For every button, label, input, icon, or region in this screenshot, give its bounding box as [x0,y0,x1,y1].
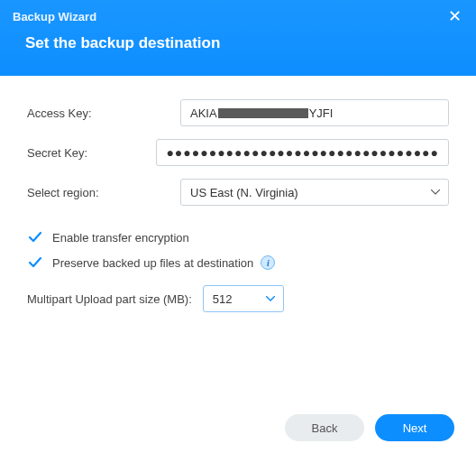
encrypt-option-row: Enable transfer encryption [27,229,449,245]
multipart-select[interactable]: 512 [203,285,284,312]
step-title: Set the backup destination [0,25,476,52]
multipart-value: 512 [213,292,233,306]
encrypt-checkbox[interactable] [27,229,43,245]
close-icon[interactable]: ✕ [444,6,465,26]
access-key-input[interactable]: AKIAYJFI [180,99,449,126]
multipart-row: Multipart Upload part size (MB): 512 [27,285,449,312]
redacted-block [218,108,308,118]
region-label: Select region: [27,186,180,199]
preserve-label: Preserve backed up files at destination [52,256,253,270]
secret-key-input[interactable]: ●●●●●●●●●●●●●●●●●●●●●●●●●●●●●●●● [156,139,449,166]
dialog-body: Access Key: AKIAYJFI Secret Key: ●●●●●●●… [0,76,476,312]
encrypt-label: Enable transfer encryption [52,231,189,245]
dialog-footer: Back Next [0,402,476,453]
wizard-title: Backup Wizard [13,10,96,23]
multipart-label: Multipart Upload part size (MB): [27,292,192,306]
region-row: Select region: US East (N. Virginia) [27,179,449,206]
dialog-header: Backup Wizard ✕ Set the backup destinati… [0,0,476,76]
secret-key-label: Secret Key: [27,146,156,160]
back-button[interactable]: Back [285,414,364,441]
region-value: US East (N. Virginia) [190,186,298,199]
check-icon [28,255,42,270]
access-key-label: Access Key: [27,106,180,120]
info-icon[interactable]: i [261,255,275,270]
preserve-option-row: Preserve backed up files at destination … [27,254,449,271]
access-key-row: Access Key: AKIAYJFI [27,99,449,126]
access-key-suffix: YJFI [309,106,334,120]
secret-key-value: ●●●●●●●●●●●●●●●●●●●●●●●●●●●●●●●● [166,145,439,160]
access-key-prefix: AKIA [190,106,217,120]
check-icon [28,230,42,245]
preserve-checkbox[interactable] [27,254,43,271]
region-select[interactable]: US East (N. Virginia) [180,179,449,206]
secret-key-row: Secret Key: ●●●●●●●●●●●●●●●●●●●●●●●●●●●●… [27,139,449,166]
next-button[interactable]: Next [375,414,454,441]
